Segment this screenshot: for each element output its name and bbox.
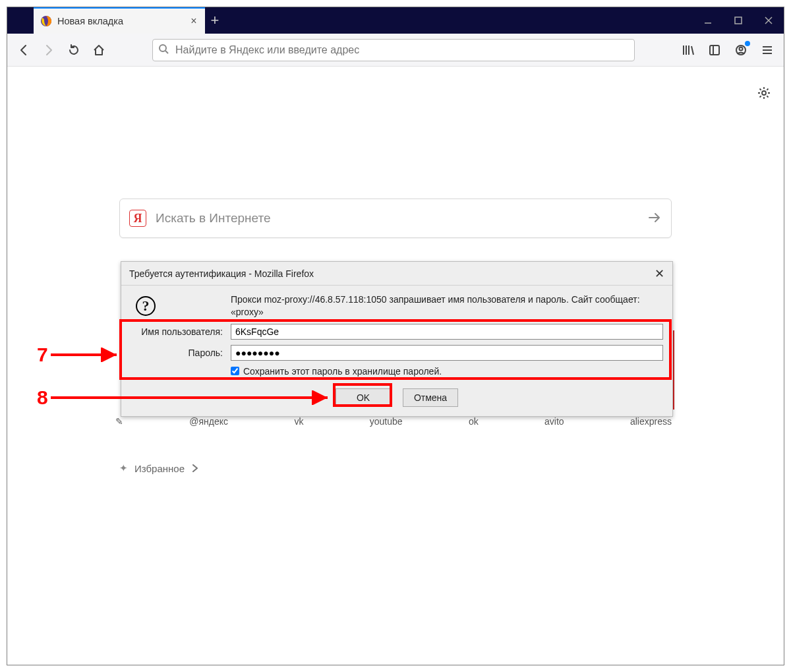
cancel-button[interactable]: Отмена (403, 388, 458, 407)
newtab-search-placeholder: Искать в Интернете (156, 211, 638, 226)
topsite-label[interactable]: aliexpress (630, 416, 672, 427)
topsite-label[interactable]: youtube (370, 416, 403, 427)
svg-line-6 (165, 51, 168, 53)
dialog-message: Прокси moz-proxy://46.8.57.118:1050 запр… (231, 293, 663, 319)
favorites-section-header[interactable]: ✦ Избранное (119, 462, 199, 474)
library-button[interactable] (677, 39, 699, 61)
question-icon: ? (136, 296, 156, 316)
sparkle-icon: ✦ (119, 462, 128, 474)
newtab-settings-button[interactable] (757, 86, 771, 102)
password-input[interactable] (231, 345, 663, 361)
topsite-label[interactable]: @яндекс (189, 416, 228, 427)
address-bar[interactable] (152, 39, 635, 61)
notification-dot-icon (745, 41, 750, 46)
close-tab-icon[interactable]: × (188, 15, 200, 27)
window-close-button[interactable] (753, 7, 784, 34)
search-submit-icon[interactable] (647, 210, 662, 227)
yandex-logo-icon: Я (129, 210, 146, 227)
dialog-title: Требуется аутентификация - Mozilla Firef… (129, 268, 655, 279)
save-password-checkbox-row[interactable]: Сохранить этот пароль в хранилище пароле… (231, 366, 663, 377)
chevron-right-icon (191, 463, 199, 474)
reload-button[interactable] (63, 39, 85, 61)
topsite-label[interactable]: ok (469, 416, 479, 427)
account-button[interactable] (730, 39, 752, 61)
address-input[interactable] (174, 40, 629, 61)
password-label: Пароль: (127, 348, 225, 358)
window-controls (693, 7, 784, 34)
svg-rect-7 (710, 46, 719, 55)
titlebar: Новая вкладка × + (7, 7, 784, 34)
window-minimize-button[interactable] (693, 7, 723, 34)
save-password-checkbox[interactable] (231, 367, 239, 375)
newtab-content: Я Искать в Интернете ✎ @яндекс vk youtub… (7, 67, 784, 665)
dialog-titlebar[interactable]: Требуется аутентификация - Mozilla Firef… (121, 262, 672, 286)
favorites-label: Избранное (134, 463, 185, 474)
firefox-icon (40, 15, 52, 27)
back-button[interactable] (13, 39, 35, 61)
topsite-label[interactable]: vk (294, 416, 303, 427)
topsites-labels: ✎ @яндекс vk youtube ok avito aliexpress (119, 416, 672, 427)
svg-point-10 (740, 47, 743, 50)
newtab-search-box[interactable]: Я Искать в Интернете (119, 199, 672, 238)
toolbar (7, 34, 784, 67)
search-icon (158, 44, 169, 56)
new-tab-button[interactable]: + (205, 11, 225, 30)
tab-title: Новая вкладка (57, 16, 183, 26)
browser-tab-active[interactable]: Новая вкладка × (34, 7, 205, 34)
svg-rect-2 (735, 17, 742, 24)
auth-dialog: Требуется аутентификация - Mozilla Firef… (121, 261, 673, 417)
app-menu-button[interactable] (756, 39, 778, 61)
topsite-label[interactable]: avito (544, 416, 564, 427)
forward-button[interactable] (38, 39, 60, 61)
svg-point-14 (762, 91, 766, 95)
window-maximize-button[interactable] (723, 7, 753, 34)
dialog-close-button[interactable]: ✕ (655, 266, 664, 281)
username-label: Имя пользователя: (127, 326, 225, 337)
save-password-label: Сохранить этот пароль в хранилище пароле… (243, 366, 442, 377)
ok-button[interactable]: OK (336, 388, 391, 407)
svg-point-5 (160, 45, 166, 51)
username-input[interactable] (231, 324, 663, 340)
home-button[interactable] (88, 39, 110, 61)
sidebar-button[interactable] (703, 39, 726, 61)
